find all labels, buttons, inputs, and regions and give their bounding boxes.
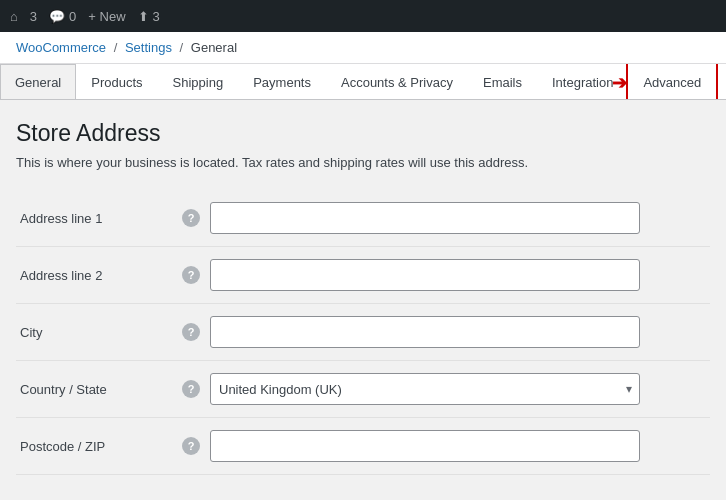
help-icon-postcode[interactable]: ? bbox=[182, 437, 200, 455]
help-address2-col: ? bbox=[176, 247, 206, 304]
label-postcode: Postcode / ZIP bbox=[16, 418, 176, 475]
admin-bar-upload[interactable]: ⬆ 3 bbox=[138, 9, 160, 24]
help-icon-city[interactable]: ? bbox=[182, 323, 200, 341]
help-icon-address2[interactable]: ? bbox=[182, 266, 200, 284]
row-postcode: Postcode / ZIP ? bbox=[16, 418, 710, 475]
tab-advanced[interactable]: ➔ Advanced bbox=[628, 64, 716, 100]
help-country-col: ? bbox=[176, 361, 206, 418]
select-wrapper-country: United Kingdom (UK) United States (US) G… bbox=[210, 373, 640, 405]
breadcrumb: WooCommerce / Settings / General bbox=[0, 32, 726, 64]
tab-general[interactable]: General bbox=[0, 64, 76, 100]
admin-bar-comments[interactable]: 💬 0 bbox=[49, 9, 76, 24]
comment-count: 0 bbox=[69, 9, 76, 24]
tab-shipping[interactable]: Shipping bbox=[158, 64, 239, 100]
comment-icon: 💬 bbox=[49, 9, 65, 24]
input-address2[interactable] bbox=[210, 259, 640, 291]
input-address1[interactable] bbox=[210, 202, 640, 234]
label-address2: Address line 2 bbox=[16, 247, 176, 304]
help-address1-col: ? bbox=[176, 190, 206, 247]
row-address2: Address line 2 ? bbox=[16, 247, 710, 304]
label-city: City bbox=[16, 304, 176, 361]
input-col-address1 bbox=[206, 190, 710, 247]
page-title: Store Address bbox=[16, 120, 710, 147]
input-city[interactable] bbox=[210, 316, 640, 348]
label-address1: Address line 1 bbox=[16, 190, 176, 247]
row-country: Country / State ? United Kingdom (UK) Un… bbox=[16, 361, 710, 418]
select-country[interactable]: United Kingdom (UK) United States (US) G… bbox=[210, 373, 640, 405]
row-address1: Address line 1 ? bbox=[16, 190, 710, 247]
main-content: Store Address This is where your busines… bbox=[0, 100, 726, 495]
upload-icon: ⬆ bbox=[138, 9, 149, 24]
help-city-col: ? bbox=[176, 304, 206, 361]
breadcrumb-sep2: / bbox=[180, 40, 184, 55]
row-city: City ? bbox=[16, 304, 710, 361]
breadcrumb-settings[interactable]: Settings bbox=[125, 40, 172, 55]
tab-payments[interactable]: Payments bbox=[238, 64, 326, 100]
help-icon-address1[interactable]: ? bbox=[182, 209, 200, 227]
tab-accounts-privacy[interactable]: Accounts & Privacy bbox=[326, 64, 468, 100]
input-col-address2 bbox=[206, 247, 710, 304]
settings-form: Address line 1 ? Address line 2 ? bbox=[16, 190, 710, 475]
upload-count: 3 bbox=[153, 9, 160, 24]
input-col-country: United Kingdom (UK) United States (US) G… bbox=[206, 361, 710, 418]
tabs-bar: General Products Shipping Payments Accou… bbox=[0, 64, 726, 100]
help-postcode-col: ? bbox=[176, 418, 206, 475]
help-icon-country[interactable]: ? bbox=[182, 380, 200, 398]
tab-products[interactable]: Products bbox=[76, 64, 157, 100]
breadcrumb-sep1: / bbox=[114, 40, 118, 55]
tab-emails[interactable]: Emails bbox=[468, 64, 537, 100]
page-description: This is where your business is located. … bbox=[16, 155, 710, 170]
admin-bar: ⌂ 3 💬 0 + New ⬆ 3 bbox=[0, 0, 726, 32]
admin-bar-logo[interactable]: ⌂ bbox=[10, 9, 18, 24]
breadcrumb-woocommerce[interactable]: WooCommerce bbox=[16, 40, 106, 55]
label-country: Country / State bbox=[16, 361, 176, 418]
new-label: + New bbox=[88, 9, 125, 24]
input-col-postcode bbox=[206, 418, 710, 475]
arrow-indicator: ➔ bbox=[612, 72, 627, 94]
input-postcode[interactable] bbox=[210, 430, 640, 462]
admin-bar-new[interactable]: + New bbox=[88, 9, 125, 24]
breadcrumb-current: General bbox=[191, 40, 237, 55]
input-col-city bbox=[206, 304, 710, 361]
